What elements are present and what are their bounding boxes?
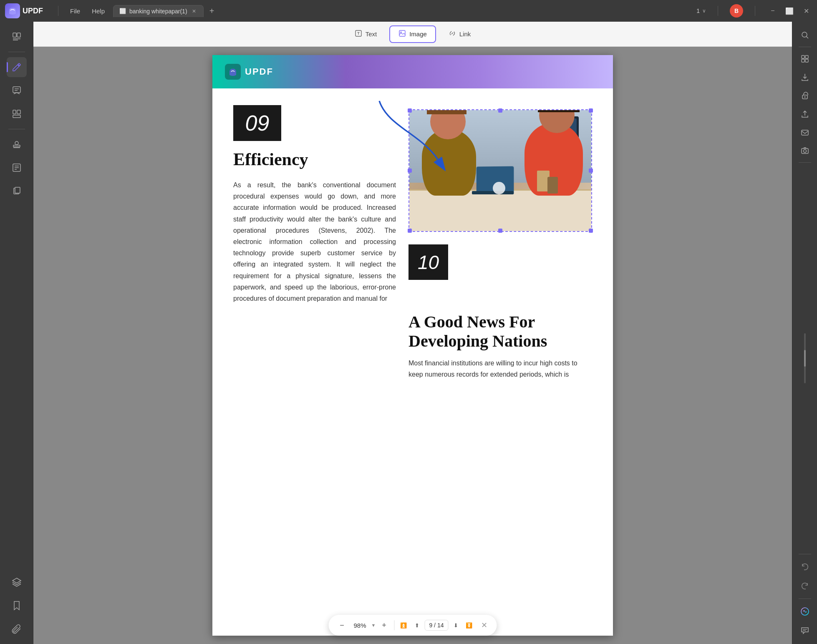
sidebar-icon-stamp[interactable] bbox=[7, 134, 27, 154]
svg-rect-27 bbox=[805, 55, 808, 58]
zoom-dropdown[interactable]: ▼ bbox=[371, 623, 376, 628]
svg-text:T: T bbox=[357, 31, 360, 35]
svg-line-25 bbox=[806, 37, 808, 39]
scroll-track bbox=[804, 333, 806, 383]
app-main: T Text Image bbox=[0, 22, 817, 644]
svg-point-11 bbox=[15, 141, 18, 145]
center-column: T Text Image bbox=[33, 22, 792, 644]
svg-rect-21 bbox=[399, 30, 405, 36]
nav-first-button[interactable]: ⏫ bbox=[398, 619, 409, 631]
sidebar-icon-copy[interactable] bbox=[7, 181, 27, 201]
page-nav[interactable]: 1 ∨ bbox=[696, 8, 706, 14]
sidebar-icon-organize[interactable] bbox=[7, 104, 27, 124]
right-chat-icon[interactable] bbox=[797, 622, 813, 639]
sidebar-icon-attachment[interactable] bbox=[7, 619, 27, 639]
maximize-button[interactable]: ⬜ bbox=[784, 5, 795, 17]
link-label: Link bbox=[459, 30, 471, 38]
right-snapshot-icon[interactable] bbox=[797, 142, 813, 159]
svg-rect-18 bbox=[15, 187, 20, 193]
svg-rect-7 bbox=[13, 110, 16, 114]
right-sidebar-divider-2 bbox=[799, 162, 811, 163]
tab-close-button[interactable]: ✕ bbox=[191, 8, 197, 15]
right-search-icon[interactable] bbox=[797, 27, 813, 43]
right-sidebar-top bbox=[797, 27, 813, 164]
section9-text: As a result, the bank's conventional doc… bbox=[233, 179, 396, 304]
svg-rect-29 bbox=[805, 59, 808, 62]
left-sidebar bbox=[0, 22, 33, 644]
right-email-icon[interactable] bbox=[797, 124, 813, 141]
titlebar: UPDF File Help ⬜ banking whitepapar(1) ✕… bbox=[0, 0, 817, 22]
right-sidebar bbox=[792, 22, 817, 644]
page-number: 1 bbox=[696, 8, 700, 14]
svg-rect-8 bbox=[17, 110, 20, 114]
svg-rect-4 bbox=[13, 87, 20, 93]
tab-banking[interactable]: ⬜ banking whitepapar(1) ✕ bbox=[113, 5, 204, 17]
sidebar-divider-1 bbox=[8, 52, 25, 52]
image-tool-icon bbox=[398, 30, 406, 39]
pdf-viewer[interactable]: UPDF bbox=[33, 47, 792, 644]
doc-logo: UPDF bbox=[225, 64, 273, 80]
svg-rect-10 bbox=[13, 145, 20, 147]
sidebar-icon-form[interactable] bbox=[7, 158, 27, 178]
zoom-bar: − 98% ▼ + ⏫ ⬆ 9 / 14 ⬇ ⏬ ✕ bbox=[329, 615, 497, 636]
zoom-close-button[interactable]: ✕ bbox=[478, 619, 490, 631]
zoom-value: 98% bbox=[351, 622, 370, 629]
svg-rect-28 bbox=[802, 59, 804, 62]
zoom-out-button[interactable]: − bbox=[335, 619, 349, 632]
zoom-page-nav: ⏫ ⬆ 9 / 14 ⬇ ⏬ bbox=[398, 619, 475, 631]
svg-rect-0 bbox=[13, 33, 16, 37]
tab-icon: ⬜ bbox=[119, 8, 126, 14]
tab-area: ⬜ banking whitepapar(1) ✕ + bbox=[113, 5, 696, 17]
right-save-icon[interactable] bbox=[797, 69, 813, 86]
svg-rect-1 bbox=[17, 33, 20, 37]
nav-prev-button[interactable]: ⬆ bbox=[411, 619, 423, 631]
link-tool-icon bbox=[449, 30, 456, 39]
page-info: 9 / 14 bbox=[424, 620, 448, 631]
user-avatar[interactable]: B bbox=[730, 4, 743, 18]
nav-last-button[interactable]: ⏬ bbox=[463, 619, 475, 631]
sidebar-icon-readmode[interactable] bbox=[7, 27, 27, 47]
titlebar-divider-2 bbox=[718, 6, 718, 16]
sidebar-divider-2 bbox=[8, 129, 25, 129]
doc-logo-icon bbox=[225, 64, 241, 80]
section10-title: A Good News For Developing Nations bbox=[408, 312, 592, 351]
right-ai-icon[interactable] bbox=[797, 603, 813, 620]
doc-header: UPDF bbox=[212, 55, 613, 88]
section10-area: A Good News For Developing Nations Most … bbox=[212, 304, 613, 380]
sidebar-icon-layers[interactable] bbox=[7, 572, 27, 592]
app-name: UPDF bbox=[23, 7, 43, 15]
sidebar-icon-edit[interactable] bbox=[7, 57, 27, 77]
svg-rect-9 bbox=[13, 115, 20, 118]
app-logo: UPDF bbox=[5, 3, 43, 18]
toolbar-link-button[interactable]: Link bbox=[439, 25, 480, 43]
zoom-in-button[interactable]: + bbox=[377, 619, 391, 632]
close-button[interactable]: ✕ bbox=[800, 5, 812, 17]
sidebar-icon-annotation[interactable] bbox=[7, 80, 27, 101]
titlebar-divider-1 bbox=[58, 6, 58, 16]
right-export-icon[interactable] bbox=[797, 106, 813, 122]
scroll-thumb[interactable] bbox=[804, 350, 806, 367]
right-ocr-icon[interactable] bbox=[797, 50, 813, 67]
pdf-page: UPDF bbox=[212, 55, 613, 636]
minimize-button[interactable]: − bbox=[767, 5, 779, 17]
right-sidebar-scroll bbox=[804, 167, 806, 550]
toolbar-image-button[interactable]: Image bbox=[389, 25, 436, 43]
section9-number: 09 bbox=[233, 105, 281, 143]
svg-point-31 bbox=[804, 96, 805, 98]
tab-title: banking whitepapar(1) bbox=[129, 8, 187, 15]
page-nav-chevron: ∨ bbox=[702, 8, 706, 14]
svg-rect-26 bbox=[802, 55, 804, 58]
titlebar-menu: File Help bbox=[65, 6, 110, 16]
section10-number: 10 bbox=[408, 244, 448, 280]
menu-file[interactable]: File bbox=[65, 6, 85, 16]
nav-next-button[interactable]: ⬇ bbox=[450, 619, 461, 631]
sidebar-icon-bookmark[interactable] bbox=[7, 596, 27, 616]
right-undo-icon[interactable] bbox=[797, 558, 813, 575]
right-protect-icon[interactable] bbox=[797, 87, 813, 104]
menu-help[interactable]: Help bbox=[87, 6, 110, 16]
svg-rect-32 bbox=[802, 130, 808, 135]
right-redo-icon[interactable] bbox=[797, 578, 813, 594]
sidebar-bottom bbox=[7, 572, 27, 639]
toolbar-text-button[interactable]: T Text bbox=[345, 25, 386, 43]
new-tab-button[interactable]: + bbox=[206, 5, 218, 17]
